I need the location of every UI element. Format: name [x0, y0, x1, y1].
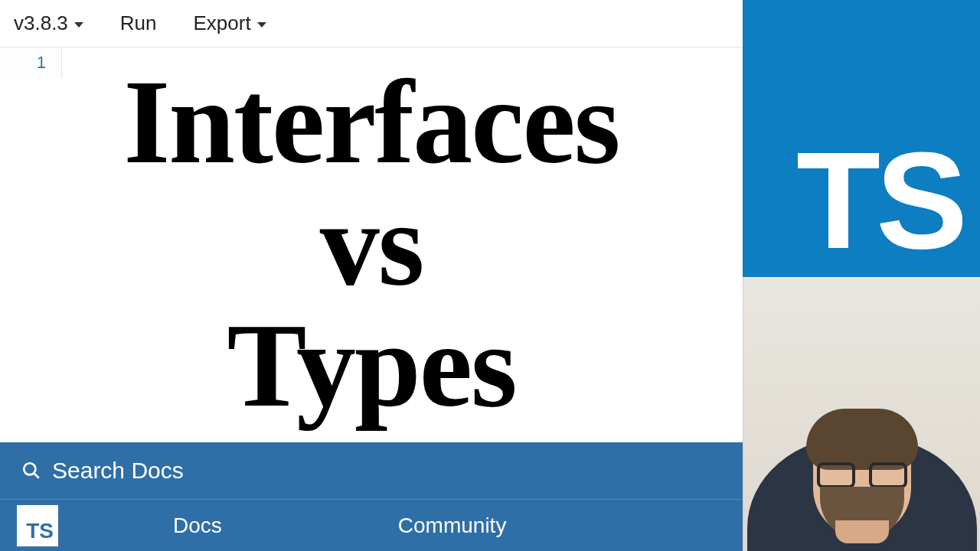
- nav-link-community[interactable]: Community: [398, 514, 507, 538]
- version-label: v3.8.3: [14, 11, 68, 35]
- title-line-2: vs: [0, 183, 743, 305]
- version-dropdown[interactable]: v3.8.3: [14, 11, 83, 35]
- ts-mini-logo[interactable]: TS: [17, 505, 58, 546]
- line-number: 1: [0, 47, 61, 78]
- presenter-webcam: [743, 277, 980, 551]
- typescript-logo: TS: [743, 0, 980, 277]
- caret-down-icon: [74, 22, 83, 28]
- code-editor[interactable]: 1: [0, 47, 743, 78]
- run-button[interactable]: Run: [120, 11, 157, 35]
- caret-down-icon: [257, 22, 266, 28]
- logo-text: TS: [796, 132, 963, 269]
- search-placeholder: Search Docs: [52, 458, 184, 484]
- right-column: TS: [743, 0, 980, 551]
- svg-point-0: [24, 463, 35, 474]
- export-label: Export: [194, 11, 251, 35]
- search-icon: [21, 461, 41, 481]
- nav-link-docs[interactable]: Docs: [173, 514, 222, 538]
- title-line-3: Types: [0, 305, 743, 426]
- svg-line-1: [34, 473, 39, 478]
- code-area[interactable]: [61, 47, 743, 78]
- presenter-figure: [747, 435, 977, 551]
- mini-logo-text: TS: [26, 519, 54, 543]
- export-dropdown[interactable]: Export: [194, 11, 266, 35]
- playground-toolbar: v3.8.3 Run Export: [0, 0, 743, 47]
- search-docs-bar[interactable]: Search Docs: [0, 442, 743, 499]
- run-label: Run: [120, 11, 157, 35]
- video-title-overlay: Interfaces vs Types: [0, 61, 743, 426]
- title-line-1: Interfaces: [0, 61, 743, 183]
- site-nav: TS Docs Community: [0, 499, 743, 551]
